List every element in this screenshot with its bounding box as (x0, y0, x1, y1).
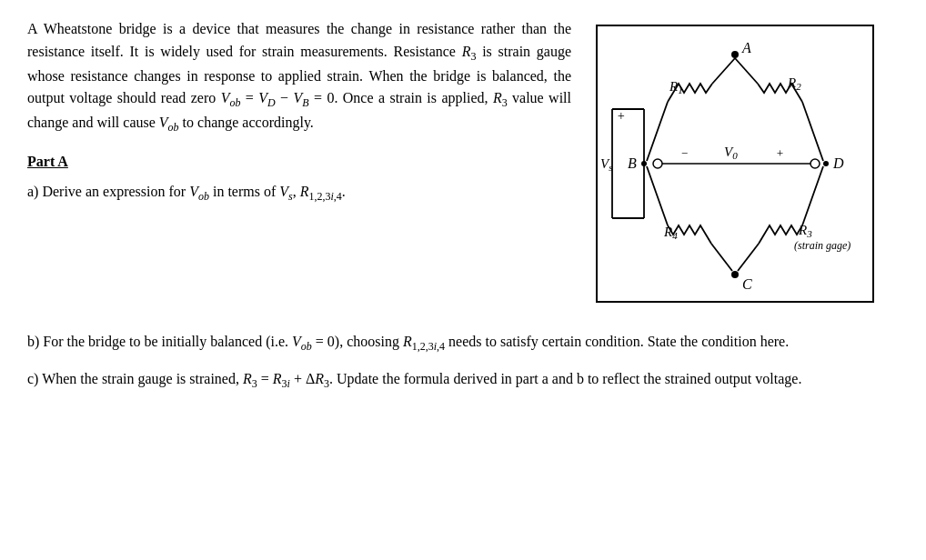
svg-point-31 (810, 159, 820, 168)
svg-text:R2: R2 (787, 75, 801, 92)
svg-text:Vs: Vs (600, 156, 612, 173)
svg-text:R3: R3 (798, 223, 812, 239)
svg-point-30 (653, 159, 662, 168)
svg-text:A: A (741, 40, 751, 55)
svg-line-18 (802, 166, 823, 225)
svg-text:D: D (832, 155, 844, 171)
svg-line-16 (711, 244, 732, 271)
main-content: A Wheatstone bridge is a device that mea… (27, 18, 899, 313)
svg-point-1 (731, 51, 739, 58)
svg-text:V0: V0 (724, 145, 738, 161)
svg-text:−: − (617, 210, 627, 225)
question-b: b) For the bridge to be initially balanc… (27, 331, 899, 355)
svg-text:+: + (776, 146, 784, 160)
svg-text:−: − (680, 146, 689, 160)
svg-text:R1: R1 (669, 79, 683, 95)
svg-line-10 (647, 102, 668, 161)
svg-point-5 (731, 271, 739, 278)
part-a-section: Part A (27, 151, 571, 174)
svg-line-12 (735, 58, 758, 84)
svg-text:C: C (742, 276, 752, 292)
description-text: A Wheatstone bridge is a device that mea… (27, 18, 571, 218)
intro-paragraph: A Wheatstone bridge is a device that mea… (27, 18, 571, 136)
svg-text:(strain gage): (strain gage) (794, 239, 851, 252)
svg-line-9 (712, 58, 735, 84)
svg-text:R4: R4 (663, 225, 678, 241)
svg-line-15 (647, 166, 668, 225)
svg-text:B: B (628, 155, 637, 171)
part-a-label: Part A (27, 154, 68, 169)
question-c: c) When the strain gauge is strained, R3… (27, 368, 899, 393)
question-a: a) Derive an expression for Vob in terms… (27, 181, 571, 205)
svg-text:+: + (617, 109, 625, 123)
circuit-diagram: A B C D R1 R2 (589, 18, 899, 313)
svg-line-13 (802, 102, 823, 161)
svg-point-7 (823, 161, 829, 166)
svg-line-19 (738, 244, 759, 271)
